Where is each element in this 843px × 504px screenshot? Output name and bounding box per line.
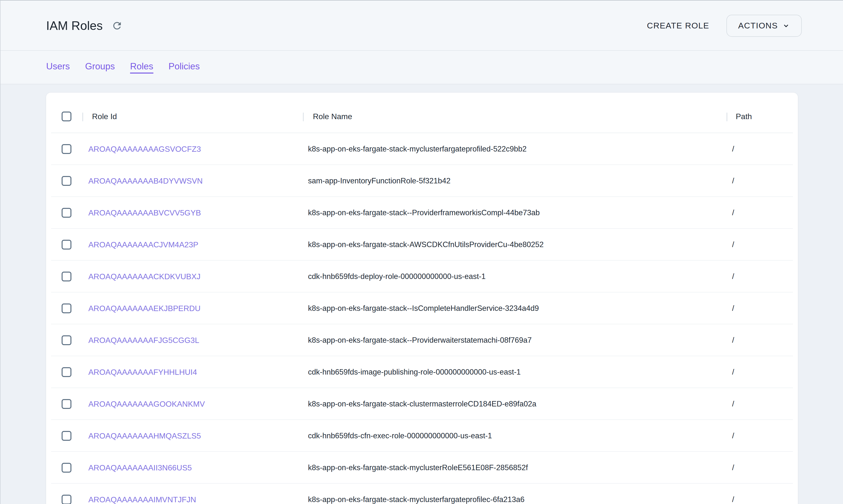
role-name-cell: k8s-app-on-eks-fargate-stack-myclusterfa… [308, 145, 527, 154]
role-id-link[interactable]: AROAQAAAAAAAAGSVOCFZ3 [88, 145, 201, 154]
table-row: AROAQAAAAAAAGOOKANKMV k8s-app-on-eks-far… [46, 388, 798, 420]
role-id-link[interactable]: AROAQAAAAAAACJVM4A23P [88, 240, 198, 249]
role-name-cell: cdk-hnb659fds-deploy-role-000000000000-u… [308, 272, 486, 281]
role-path-cell: / [732, 304, 734, 313]
table-row: AROAQAAAAAAAIMVNTJFJN k8s-app-on-eks-far… [46, 484, 798, 504]
column-resize-handle[interactable] [303, 112, 304, 121]
row-checkbox[interactable] [62, 144, 71, 154]
role-path-cell: / [732, 145, 734, 154]
table-row: AROAQAAAAAAAB4DYVWSVN sam-app-InventoryF… [46, 165, 798, 197]
row-checkbox[interactable] [62, 463, 71, 473]
table-row: AROAQAAAAAAAFJG5CGG3L k8s-app-on-eks-far… [46, 324, 798, 356]
role-path-cell: / [732, 400, 734, 409]
column-header-role-name[interactable]: Role Name [313, 112, 352, 121]
table-row: AROAQAAAAAAAHMQASZLS5 cdk-hnb659fds-cfn-… [46, 420, 798, 452]
role-path-cell: / [732, 336, 734, 345]
role-id-link[interactable]: AROAQAAAAAAAIMVNTJFJN [88, 495, 196, 504]
column-resize-handle[interactable] [82, 112, 83, 121]
role-name-cell: k8s-app-on-eks-fargate-stack--IsComplete… [308, 304, 539, 313]
tab-groups[interactable]: Groups [85, 61, 115, 74]
role-id-link[interactable]: AROAQAAAAAAAHMQASZLS5 [88, 431, 201, 440]
role-name-cell: sam-app-InventoryFunctionRole-5f321b42 [308, 177, 451, 185]
page-header: IAM Roles CREATE ROLE ACTIONS [0, 0, 843, 51]
role-id-link[interactable]: AROAQAAAAAAACKDKVUBXJ [88, 272, 201, 281]
table-row: AROAQAAAAAAACJVM4A23P k8s-app-on-eks-far… [46, 229, 798, 260]
table-row: AROAQAAAAAAABVCVV5GYB k8s-app-on-eks-far… [46, 197, 798, 229]
role-name-cell: k8s-app-on-eks-fargate-stack-clustermast… [308, 400, 536, 409]
table-header-row: Role Id Role Name Path [46, 93, 798, 133]
role-path-cell: / [732, 272, 734, 281]
column-header-path[interactable]: Path [736, 112, 752, 121]
role-id-link[interactable]: AROAQAAAAAAABVCVV5GYB [88, 209, 201, 217]
row-checkbox[interactable] [62, 304, 71, 313]
role-path-cell: / [732, 431, 734, 440]
role-name-cell: k8s-app-on-eks-fargate-stack-myclusterfa… [308, 495, 524, 504]
roles-table-card: Role Id Role Name Path AROAQAAAAAAAAGSVO… [46, 92, 798, 504]
role-id-link[interactable]: AROAQAAAAAAAFYHHLHUI4 [88, 368, 197, 377]
role-id-link[interactable]: AROAQAAAAAAAB4DYVWSVN [88, 177, 203, 185]
chevron-down-icon [782, 22, 790, 30]
role-name-cell: cdk-hnb659fds-image-publishing-role-0000… [308, 368, 521, 377]
table-row: AROAQAAAAAAAII3N66US5 k8s-app-on-eks-far… [46, 452, 798, 484]
role-name-cell: k8s-app-on-eks-fargate-stack--Providerfr… [308, 209, 540, 217]
role-name-cell: k8s-app-on-eks-fargate-stack--Providerwa… [308, 336, 532, 345]
table-row: AROAQAAAAAAAFYHHLHUI4 cdk-hnb659fds-imag… [46, 356, 798, 388]
role-path-cell: / [732, 177, 734, 185]
actions-button-label: ACTIONS [738, 21, 778, 31]
column-header-role-id[interactable]: Role Id [92, 112, 117, 121]
content-area: Role Id Role Name Path AROAQAAAAAAAAGSVO… [0, 84, 843, 504]
actions-dropdown-button[interactable]: ACTIONS [726, 15, 802, 37]
iam-section-tabs: UsersGroupsRolesPolicies [0, 51, 843, 84]
table-body: AROAQAAAAAAAAGSVOCFZ3 k8s-app-on-eks-far… [46, 133, 798, 504]
row-checkbox[interactable] [62, 431, 71, 441]
role-path-cell: / [732, 368, 734, 377]
iam-roles-page: IAM Roles CREATE ROLE ACTIONS [0, 0, 843, 504]
role-id-link[interactable]: AROAQAAAAAAAFJG5CGG3L [88, 336, 199, 345]
row-checkbox[interactable] [62, 399, 71, 409]
role-name-cell: k8s-app-on-eks-fargate-stack-myclusterRo… [308, 463, 528, 472]
table-row: AROAQAAAAAAAAGSVOCFZ3 k8s-app-on-eks-far… [46, 133, 798, 165]
row-checkbox[interactable] [62, 367, 71, 377]
tab-users[interactable]: Users [46, 61, 70, 74]
role-id-link[interactable]: AROAQAAAAAAAII3N66US5 [88, 463, 192, 472]
role-path-cell: / [732, 463, 734, 472]
row-checkbox[interactable] [62, 272, 71, 282]
page-title: IAM Roles [46, 19, 103, 33]
row-checkbox[interactable] [62, 240, 71, 250]
role-id-link[interactable]: AROAQAAAAAAAEKJBPERDU [88, 304, 201, 313]
role-name-cell: cdk-hnb659fds-cfn-exec-role-000000000000… [308, 431, 492, 440]
column-resize-handle[interactable] [726, 112, 727, 121]
refresh-button[interactable] [111, 20, 123, 32]
role-path-cell: / [732, 495, 734, 504]
role-name-cell: k8s-app-on-eks-fargate-stack-AWSCDKCfnUt… [308, 240, 544, 249]
select-all-checkbox[interactable] [62, 111, 71, 121]
row-checkbox[interactable] [62, 176, 71, 186]
tab-roles[interactable]: Roles [130, 61, 153, 74]
row-checkbox[interactable] [62, 495, 71, 504]
refresh-icon [111, 20, 123, 31]
row-checkbox[interactable] [62, 335, 71, 345]
tab-policies[interactable]: Policies [169, 61, 200, 74]
role-path-cell: / [732, 240, 734, 249]
role-path-cell: / [732, 209, 734, 217]
row-checkbox[interactable] [62, 208, 71, 218]
table-row: AROAQAAAAAAACKDKVUBXJ cdk-hnb659fds-depl… [46, 260, 798, 292]
create-role-button[interactable]: CREATE ROLE [644, 21, 712, 31]
table-row: AROAQAAAAAAAEKJBPERDU k8s-app-on-eks-far… [46, 292, 798, 324]
role-id-link[interactable]: AROAQAAAAAAAGOOKANKMV [88, 400, 205, 409]
